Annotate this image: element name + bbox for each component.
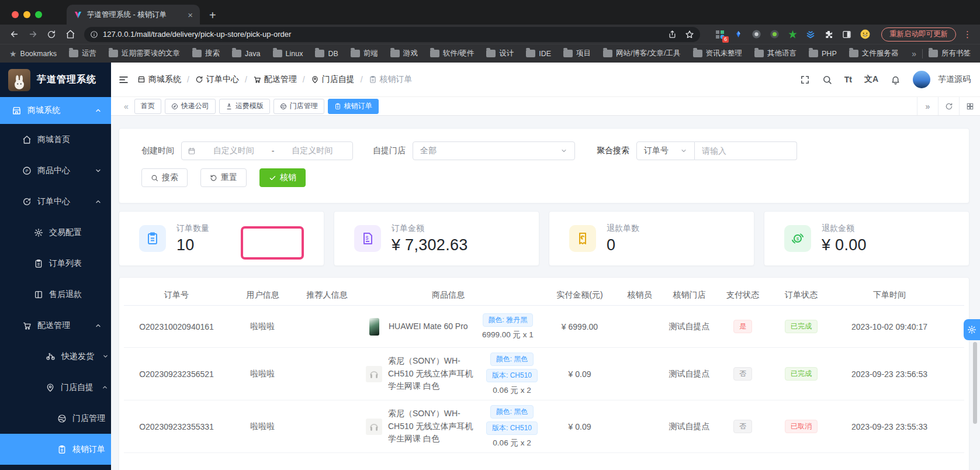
share-icon[interactable] [668,30,677,39]
folder-icon [390,50,400,57]
bookmark-folder[interactable]: 网站/博客/文章/工具 [603,49,680,58]
browser-menu-icon[interactable]: ⋮ [963,29,972,40]
aggregate-search-input[interactable] [702,146,789,155]
sidebar-item-aftersale-refund[interactable]: 售后退款 [0,279,111,310]
fullscreen-icon[interactable] [800,75,810,85]
bookmark-folder[interactable]: 运营 [69,49,96,58]
vertical-scrollbar[interactable] [973,342,977,424]
tab-express-company[interactable]: 快递公司 [165,99,216,114]
app-logo-row[interactable]: 芋道管理系统 [0,63,111,97]
date-range-separator: - [272,146,275,155]
tab-home[interactable]: 首页 [134,99,161,114]
tab-close-icon[interactable]: × [186,11,194,19]
extension-icon-star[interactable] [787,29,798,40]
search-button[interactable]: 搜索 [141,168,188,187]
extension-icon-layers[interactable] [805,29,816,40]
user-info: 啦啦啦 [229,421,296,432]
sidebar-item-store-management[interactable]: 门店管理 [0,403,111,434]
bookmark-folder[interactable]: IDE [526,50,551,58]
reset-button[interactable]: 重置 [200,168,247,187]
sidebar-item-mall-system[interactable]: 商城系统 [0,97,111,124]
table-row[interactable]: O202310020940161 啦啦啦 HUAWEI Mate 60 Pro … [124,306,964,348]
aggregate-field-select[interactable]: 订单号 [636,141,695,160]
translate-icon[interactable]: 文A [864,74,878,85]
sidebar-item-order-center[interactable]: 订单中心 [0,186,111,217]
table-row[interactable]: O202309232356521 啦啦啦 索尼（SONY）WH-CH510 无线… [124,348,964,400]
site-info-icon[interactable] [90,30,98,39]
user-avatar[interactable] [913,71,930,88]
extension-icon-devtools[interactable]: 6 [714,29,726,40]
folder-icon [192,50,202,57]
minimize-window-button[interactable] [23,11,30,18]
bookmark-folder[interactable]: 文件服务器 [849,49,899,58]
extensions-puzzle-icon[interactable] [823,29,834,40]
bookmark-folder[interactable]: 前端 [351,49,378,58]
sidebar-item-trade-config[interactable]: 交易配置 [0,217,111,248]
bookmark-folder[interactable]: 软件/硬件 [430,49,474,58]
bookmarks-manager[interactable]: ★Bookmarks [9,49,57,58]
bell-icon[interactable] [891,75,901,85]
bookmark-folder[interactable]: 项目 [563,49,591,58]
bookmark-folder[interactable]: Java [232,50,260,58]
bookmark-folder[interactable]: 搜索 [192,49,220,58]
theme-settings-fab[interactable] [964,319,980,340]
sidebar-item-mall-home[interactable]: 商城首页 [0,124,111,155]
bookmark-folder[interactable]: 其他语言 [754,49,797,58]
extension-icon-github[interactable] [750,29,762,40]
collapse-menu-icon[interactable] [118,74,129,85]
sidebar-item-delivery-management[interactable]: 配送管理 [0,310,111,341]
breadcrumb-store-pickup[interactable]: 门店自提 [311,74,355,85]
sidebar-item-express-shipping[interactable]: 快递发货 [0,341,111,372]
bookmark-folder[interactable]: 游戏 [390,49,418,58]
home-icon[interactable] [62,27,78,42]
reload-icon[interactable] [43,27,60,42]
tags-refresh-icon[interactable] [938,97,959,115]
profile-avatar-icon[interactable] [859,29,871,40]
forward-icon[interactable] [25,27,41,42]
create-time-range-picker[interactable]: 自定义时间 - 自定义时间 [181,141,353,160]
breadcrumb-delivery-management[interactable]: 配送管理 [253,74,297,85]
maximize-window-button[interactable] [35,11,42,18]
breadcrumb-mall-system[interactable]: 商城系统 [137,74,181,85]
stat-order-amount: $ 订单金额¥ 7,302.63 [334,211,539,266]
sidebar-item-order-list[interactable]: 订单列表 [0,248,111,279]
tags-scroll-right-chevron[interactable]: » [917,97,938,115]
all-bookmarks[interactable]: 所有书签 [929,49,971,58]
username[interactable]: 芋道源码 [938,74,971,85]
bookmark-folder[interactable]: PHP [809,50,837,58]
close-window-button[interactable] [12,11,19,18]
breadcrumb-order-center[interactable]: 订单中心 [195,74,239,85]
browser-tab[interactable]: 芋道管理系统 - 核销订单 × [67,5,200,25]
verify-button[interactable]: 核销 [259,168,306,187]
bookmark-star-icon[interactable] [685,30,694,39]
address-bar[interactable]: 127.0.0.1/mall/trade/delivery/pick-up-st… [84,27,700,42]
extension-icon-green-dot[interactable] [768,29,780,40]
sidebar-item-product-center[interactable]: P 商品中心 [0,155,111,186]
bookmarks-overflow-chevron[interactable]: » [912,49,916,58]
tab-store-management[interactable]: 门店管理 [273,99,324,114]
layout-grid-icon[interactable] [959,97,980,115]
pickup-store-select[interactable]: 全部 [413,141,575,160]
browser-tabstrip: 芋道管理系统 - 核销订单 × + [0,0,980,25]
sidebar-item-verify-orders[interactable]: 核销订单 [0,434,111,465]
table-row-partial[interactable]: 颜色: 黑色 [124,453,964,470]
search-icon[interactable] [822,75,832,85]
bookmark-folder[interactable]: Linux [273,50,303,58]
tab-freight-template[interactable]: 运费模版 [219,99,270,114]
tags-scroll-left-chevron[interactable]: « [118,102,134,111]
bookmark-folder[interactable]: DB [315,50,338,58]
browser-update-button[interactable]: 重新启动即可更新 [881,27,956,42]
app-topbar: 商城系统 / 订单中心 / 配送管理 / 门店自提 / [111,63,980,97]
extension-icon-drop[interactable] [732,29,744,40]
bookmark-folder[interactable]: 设计 [486,49,514,58]
new-tab-button[interactable]: + [209,9,216,25]
font-size-icon[interactable]: Tt [844,75,852,84]
tab-verify-orders[interactable]: 核销订单 [328,99,379,114]
folder-icon [754,50,764,57]
sidebar-item-store-pickup[interactable]: 门店自提 [0,372,111,403]
back-icon[interactable] [6,27,22,42]
bookmark-folder[interactable]: 资讯未整理 [693,49,743,58]
table-row[interactable]: O202309232355331 啦啦啦 索尼（SONY）WH-CH510 无线… [124,400,964,453]
side-panel-icon[interactable] [841,29,853,40]
bookmark-folder[interactable]: 近期需要读的文章 [109,49,180,58]
